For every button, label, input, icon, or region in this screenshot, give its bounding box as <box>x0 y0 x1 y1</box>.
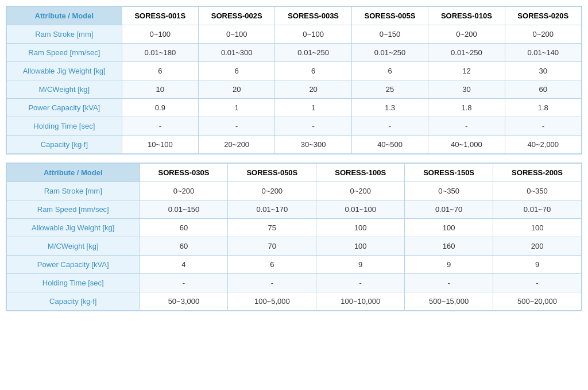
table1-row-0: Ram Stroke [mm]0~1000~1000~1000~1500~200… <box>7 25 582 44</box>
table1-row-6-val-4: 40~1,000 <box>428 136 505 154</box>
table2-row-6-val-3: 500~15,000 <box>405 292 493 311</box>
table2-row-4-val-1: 6 <box>228 256 316 274</box>
table1-row-0-val-1: 0~100 <box>199 25 275 44</box>
table1-row-3-val-2: 20 <box>275 80 351 99</box>
table2-row-1-val-1: 0.01~170 <box>228 200 316 219</box>
table1-row-6-val-1: 20~200 <box>199 136 275 154</box>
table2-row-0: Ram Stroke [mm]0~2000~2000~2000~3500~350 <box>7 182 582 200</box>
table2: Attribute / Model SORESS-030S SORESS-050… <box>6 163 582 311</box>
table1: Attribute / Model SORESS-001S SORESS-002… <box>6 6 582 154</box>
table2-header-150s: SORESS-150S <box>405 164 493 182</box>
table1-row-0-val-5: 0~200 <box>505 25 581 44</box>
page-wrapper: Attribute / Model SORESS-001S SORESS-002… <box>6 6 582 311</box>
table2-header-050s: SORESS-050S <box>228 164 316 182</box>
table1-row-0-val-4: 0~200 <box>428 25 505 44</box>
table2-row-5-val-1: - <box>228 274 316 292</box>
table1-row-3-val-1: 20 <box>199 80 275 99</box>
table1-row-0-val-2: 0~100 <box>275 25 351 44</box>
table1-row-4-val-2: 1 <box>275 99 351 117</box>
table1-header-005s: SORESS-005S <box>351 7 428 25</box>
table2-row-6-val-1: 100~5,000 <box>228 292 316 311</box>
table2-header-200s: SORESS-200S <box>493 164 582 182</box>
table2-row-4-val-0: 4 <box>140 256 228 274</box>
table1-row-2-val-4: 12 <box>428 62 505 80</box>
table2-row-6-val-2: 100~10,000 <box>316 292 405 311</box>
table2-row-0-attr: Ram Stroke [mm] <box>7 182 140 200</box>
table2-row-5-val-2: - <box>316 274 405 292</box>
table1-row-6-val-0: 10~100 <box>122 136 198 154</box>
table2-row-5-val-0: - <box>140 274 228 292</box>
table2-row-5-val-4: - <box>493 274 582 292</box>
table1-row-1-val-1: 0.01~300 <box>199 44 275 62</box>
table1-row-5-attr: Holding Time [sec] <box>7 117 122 136</box>
table2-row-3: M/CWeight [kg]6070100160200 <box>7 237 582 256</box>
table2-row-6-val-0: 50~3,000 <box>140 292 228 311</box>
table2-row-0-val-2: 0~200 <box>316 182 405 200</box>
table2-row-1-val-3: 0.01~70 <box>405 200 493 219</box>
table1-row-6-attr: Capacity [kg·f] <box>7 136 122 154</box>
table1-row-6-val-3: 40~500 <box>351 136 428 154</box>
table1-header-010s: SORESS-010S <box>428 7 505 25</box>
table2-row-0-val-1: 0~200 <box>228 182 316 200</box>
table1-row-2-val-1: 6 <box>199 62 275 80</box>
table1-section: Attribute / Model SORESS-001S SORESS-002… <box>6 6 582 155</box>
table2-row-4-attr: Power Capacity [kVA] <box>7 256 140 274</box>
table2-row-3-val-3: 160 <box>405 237 493 256</box>
table1-header-001s: SORESS-001S <box>122 7 198 25</box>
table1-row-4-attr: Power Capacity [kVA] <box>7 99 122 117</box>
table1-row-2-val-2: 6 <box>275 62 351 80</box>
table2-header-030s: SORESS-030S <box>140 164 228 182</box>
table1-row-0-attr: Ram Stroke [mm] <box>7 25 122 44</box>
table2-row-0-val-0: 0~200 <box>140 182 228 200</box>
table2-row-4: Power Capacity [kVA]46999 <box>7 256 582 274</box>
table2-row-1-val-4: 0.01~70 <box>493 200 582 219</box>
table2-row-2-val-2: 100 <box>316 219 405 237</box>
table2-row-0-val-4: 0~350 <box>493 182 582 200</box>
table2-row-6: Capacity [kg·f]50~3,000100~5,000100~10,0… <box>7 292 582 311</box>
table2-header-100s: SORESS-100S <box>316 164 405 182</box>
table1-row-3-attr: M/CWeight [kg] <box>7 80 122 99</box>
table1-row-6-val-2: 30~300 <box>275 136 351 154</box>
table1-header-002s: SORESS-002S <box>199 7 275 25</box>
table2-row-4-val-3: 9 <box>405 256 493 274</box>
table1-row-3-val-4: 30 <box>428 80 505 99</box>
table2-row-6-attr: Capacity [kg·f] <box>7 292 140 311</box>
table2-row-3-val-1: 70 <box>228 237 316 256</box>
table2-row-3-attr: M/CWeight [kg] <box>7 237 140 256</box>
table1-row-4: Power Capacity [kVA]0.9111.31.81.8 <box>7 99 582 117</box>
table1-row-2-val-0: 6 <box>122 62 198 80</box>
table1-row-5-val-2: - <box>275 117 351 136</box>
table2-row-4-val-2: 9 <box>316 256 405 274</box>
table1-row-3-val-5: 60 <box>505 80 581 99</box>
table1-row-2-attr: Allowable Jig Weight [kg] <box>7 62 122 80</box>
table1-row-4-val-0: 0.9 <box>122 99 198 117</box>
table1-row-5: Holding Time [sec]------ <box>7 117 582 136</box>
table1-row-3: M/CWeight [kg]102020253060 <box>7 80 582 99</box>
table1-row-5-val-5: - <box>505 117 581 136</box>
table2-header-attr: Attribute / Model <box>7 164 140 182</box>
table2-row-2-attr: Allowable Jig Weight [kg] <box>7 219 140 237</box>
table1-row-1-val-5: 0.01~140 <box>505 44 581 62</box>
table1-row-1: Ram Speed [mm/sec]0.01~1800.01~3000.01~2… <box>7 44 582 62</box>
table2-row-3-val-2: 100 <box>316 237 405 256</box>
table1-row-2: Allowable Jig Weight [kg]66661230 <box>7 62 582 80</box>
table2-row-4-val-4: 9 <box>493 256 582 274</box>
table2-row-1-val-2: 0.01~100 <box>316 200 405 219</box>
table1-row-5-val-1: - <box>199 117 275 136</box>
table1-row-3-val-3: 25 <box>351 80 428 99</box>
table1-row-5-val-0: - <box>122 117 198 136</box>
table1-row-4-val-4: 1.8 <box>428 99 505 117</box>
table2-section: Attribute / Model SORESS-030S SORESS-050… <box>6 163 582 311</box>
table1-row-1-val-3: 0.01~250 <box>351 44 428 62</box>
table1-row-1-val-0: 0.01~180 <box>122 44 198 62</box>
table2-row-2: Allowable Jig Weight [kg]6075100100100 <box>7 219 582 237</box>
table2-row-2-val-0: 60 <box>140 219 228 237</box>
table2-row-6-val-4: 500~20,000 <box>493 292 582 311</box>
table2-row-2-val-1: 75 <box>228 219 316 237</box>
table2-row-5: Holding Time [sec]----- <box>7 274 582 292</box>
table2-row-2-val-3: 100 <box>405 219 493 237</box>
table1-header-020s: SORESS-020S <box>505 7 581 25</box>
table2-row-1-val-0: 0.01~150 <box>140 200 228 219</box>
table1-row-4-val-1: 1 <box>199 99 275 117</box>
table1-row-2-val-3: 6 <box>351 62 428 80</box>
